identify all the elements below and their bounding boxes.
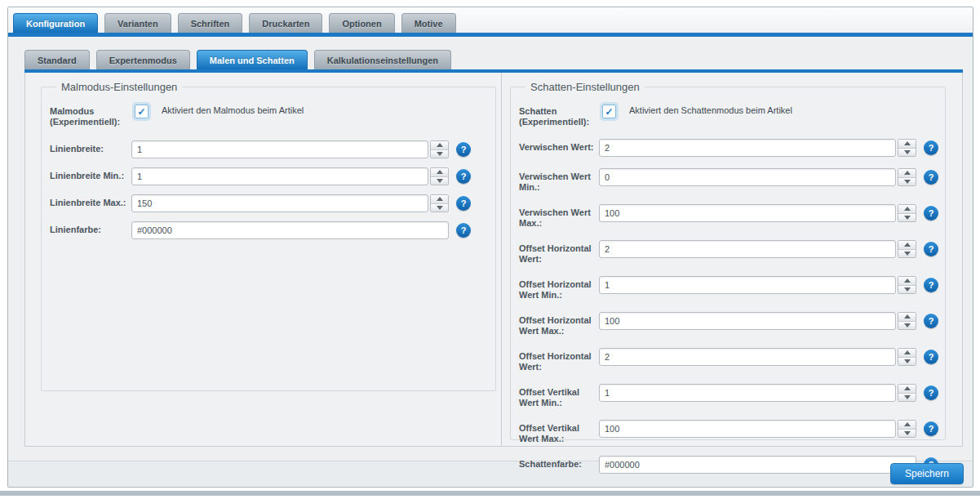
help-icon[interactable]: ? (456, 196, 471, 211)
spinner-down-button[interactable] (431, 204, 448, 212)
subtab-kalkulationseinstellungen[interactable]: Kalkulationseinstellungen (314, 50, 451, 69)
spinner-up-button[interactable] (898, 277, 916, 286)
subtab-expertenmodus[interactable]: Expertenmodus (96, 50, 190, 69)
help-icon[interactable]: ? (924, 350, 938, 364)
malmodus-legend: Malmodus-Einstellungen (56, 81, 182, 93)
tab-konfiguration[interactable]: Konfiguration (13, 13, 98, 33)
bottom-divider-bar (0, 491, 980, 496)
spinner-up-button[interactable] (898, 169, 916, 178)
spinner-down-button[interactable] (898, 250, 916, 258)
tab-schriften[interactable]: Schriften (178, 13, 243, 33)
spinner-up-button[interactable] (431, 195, 448, 204)
spinner-up-button[interactable] (898, 205, 916, 214)
help-icon[interactable]: ? (924, 206, 938, 221)
triangle-down-icon (904, 395, 911, 399)
spinner (430, 140, 449, 158)
verwischen-wert-max-input[interactable] (600, 205, 895, 221)
verwischen-wert-input[interactable] (600, 140, 895, 156)
field-label: Offset Vertikal Wert Min.: (519, 384, 599, 408)
question-mark-glyph: ? (929, 143, 934, 153)
linienbreite-min-input[interactable] (132, 168, 428, 185)
tab-varianten[interactable]: Varianten (104, 13, 171, 33)
spinner (898, 139, 916, 157)
subtab-malen-und-schatten[interactable]: Malen und Schatten (197, 50, 308, 69)
linienfarbe-input[interactable] (132, 222, 448, 238)
help-icon[interactable]: ? (924, 421, 938, 436)
triangle-down-icon (904, 180, 911, 184)
tab-motive[interactable]: Motive (401, 13, 456, 33)
field-row: Offset Horizontal Wert: ? (519, 348, 938, 372)
spinner-up-button[interactable] (898, 241, 916, 250)
help-icon[interactable]: ? (924, 385, 938, 400)
help-icon[interactable]: ? (456, 223, 471, 238)
spinner-down-button[interactable] (898, 394, 916, 402)
schatten-checkbox[interactable]: ✓ (602, 105, 616, 118)
help-icon[interactable]: ? (924, 278, 938, 292)
input-box (599, 456, 916, 474)
spinner-up-button[interactable] (431, 141, 448, 150)
spinner-up-button[interactable] (898, 313, 916, 322)
verwischen-wert-min-input[interactable] (600, 169, 895, 185)
text-input-group (131, 221, 449, 239)
offset-vertikal-wert-max-input[interactable] (600, 421, 895, 437)
spinner-down-button[interactable] (431, 177, 448, 185)
triangle-up-icon (437, 143, 443, 147)
spinner-up-button[interactable] (898, 385, 916, 394)
spinner-down-button[interactable] (898, 178, 916, 186)
number-input-group (599, 240, 916, 258)
schattenfarbe-input[interactable] (600, 457, 916, 473)
input-box (131, 221, 449, 239)
spinner-up-button[interactable] (898, 349, 916, 358)
field-label: Linienfarbe: (50, 221, 131, 235)
offset-horizontal-wert-input[interactable] (600, 241, 895, 257)
subtab-standard[interactable]: Standard (24, 50, 90, 69)
tab-druckarten[interactable]: Druckarten (249, 13, 322, 33)
triangle-down-icon (437, 179, 443, 183)
input-box (599, 276, 896, 294)
tab-optionen[interactable]: Optionen (329, 13, 394, 33)
spinner-up-button[interactable] (898, 140, 916, 149)
offset-horizontal-wert-2-input[interactable] (600, 349, 895, 365)
question-mark-glyph: ? (929, 208, 934, 218)
number-input-group (599, 312, 916, 330)
spinner-down-button[interactable] (898, 214, 916, 222)
spinner-up-button[interactable] (898, 421, 916, 430)
input-box (599, 168, 896, 186)
field-label: Offset Horizontal Wert Max.: (519, 312, 599, 336)
help-icon[interactable]: ? (924, 170, 938, 185)
field-row: Linienbreite Min.: ? (50, 167, 471, 185)
spinner-up-button[interactable] (431, 168, 448, 177)
field-row: Offset Horizontal Wert Min.: ? (519, 276, 938, 301)
help-icon[interactable]: ? (924, 242, 938, 256)
question-mark-glyph: ? (929, 280, 934, 290)
spinner-down-button[interactable] (898, 358, 916, 366)
input-box (599, 348, 896, 366)
spinner-down-button[interactable] (898, 430, 916, 438)
linienbreite-max-input[interactable] (132, 195, 428, 212)
offset-horizontal-wert-max-input[interactable] (600, 313, 895, 329)
number-input-group (599, 139, 916, 157)
field-row: Offset Vertikal Wert Min.: ? (519, 384, 938, 408)
spinner-down-button[interactable] (898, 322, 916, 330)
spinner-down-button[interactable] (431, 150, 448, 158)
spinner-down-button[interactable] (898, 286, 916, 294)
spinner-down-button[interactable] (898, 149, 916, 157)
offset-horizontal-wert-min-input[interactable] (600, 277, 895, 293)
malmodus-checkbox[interactable]: ✓ (135, 105, 149, 118)
field-row: Linienfarbe: ? (50, 221, 471, 239)
number-input-group (599, 276, 916, 294)
triangle-up-icon (437, 170, 443, 174)
question-mark-glyph: ? (929, 352, 934, 362)
save-button[interactable]: Speichern (890, 463, 964, 484)
help-icon[interactable]: ? (456, 142, 471, 157)
input-box (131, 194, 428, 212)
linienbreite-input[interactable] (132, 141, 428, 158)
help-icon[interactable]: ? (456, 169, 471, 184)
input-box (599, 384, 896, 402)
input-box (131, 140, 428, 158)
help-icon[interactable]: ? (924, 140, 938, 155)
field-row: Verwischen Wert Min.: ? (519, 168, 938, 193)
triangle-up-icon (904, 422, 911, 426)
help-icon[interactable]: ? (924, 314, 938, 328)
offset-vertikal-wert-min-input[interactable] (600, 385, 895, 401)
